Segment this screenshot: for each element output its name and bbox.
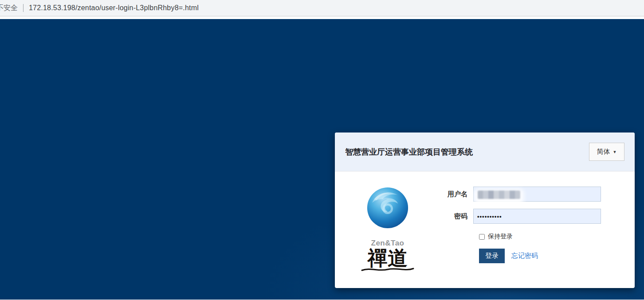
keep-login-row: 保持登录 (479, 233, 611, 241)
keep-login-checkbox[interactable] (479, 234, 485, 240)
language-selector-label: 简体 (597, 148, 610, 156)
username-row: 用户名 (433, 187, 611, 202)
username-input[interactable] (473, 187, 601, 202)
username-redacted-blur (478, 191, 520, 199)
login-card: 智慧营业厅运营事业部项目管理系统 简体 ▼ (335, 132, 635, 288)
brand-name-cn: 禪道 (352, 248, 423, 269)
password-row: 密码 (433, 209, 611, 224)
keep-login-label[interactable]: 保持登录 (488, 233, 513, 241)
urlbar-divider (23, 4, 24, 12)
security-status-label[interactable]: 不安全 (0, 4, 18, 13)
login-card-body: Zen&Tao 禪道 用户名 密码 (335, 171, 635, 288)
action-row: 登录 忘记密码 (479, 249, 611, 263)
system-title: 智慧营业厅运营事业部项目管理系统 (345, 147, 473, 157)
address-url-text[interactable]: 172.18.53.198/zentao/user-login-L3plbnRh… (29, 4, 199, 12)
login-form: 用户名 密码 保持登录 登录 忘记密码 (433, 187, 611, 263)
password-label: 密码 (433, 212, 473, 221)
login-card-header: 智慧营业厅运营事业部项目管理系统 简体 ▼ (335, 132, 635, 171)
browser-url-bar[interactable]: 不安全 172.18.53.198/zentao/user-login-L3pl… (0, 0, 644, 16)
login-page-background: 智慧营业厅运营事业部项目管理系统 简体 ▼ (0, 19, 644, 300)
chevron-down-icon: ▼ (613, 150, 617, 154)
password-input[interactable] (473, 209, 601, 224)
username-label: 用户名 (433, 190, 473, 199)
zentao-sphere-logo-icon (366, 187, 409, 229)
login-button[interactable]: 登录 (479, 249, 505, 263)
forgot-password-link[interactable]: 忘记密码 (511, 252, 538, 260)
language-selector-button[interactable]: 简体 ▼ (589, 143, 624, 161)
brand-logo-block: Zen&Tao 禪道 (352, 187, 423, 273)
